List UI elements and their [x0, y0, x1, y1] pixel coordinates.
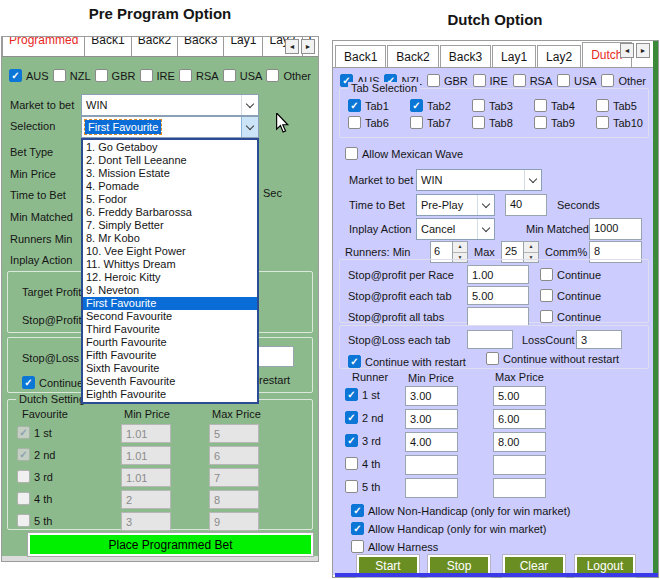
market-to-bet-combo[interactable]: WIN	[416, 169, 542, 191]
checkbox-unchecked[interactable]	[140, 69, 153, 82]
scroll-right-icon[interactable]: ►	[636, 43, 650, 58]
dropdown-item[interactable]: Fifth Favourite	[83, 349, 257, 362]
checkbox-checked[interactable]: ✓	[348, 355, 361, 368]
checkbox-checked[interactable]: ✓	[351, 522, 364, 535]
stop-loss-input[interactable]	[467, 330, 513, 349]
max-price-input[interactable]	[493, 478, 546, 498]
dropdown-item[interactable]: 11. Whittys Dream	[83, 258, 257, 271]
country-gbr-checkbox[interactable]: GBR	[95, 69, 136, 82]
checkbox-unchecked[interactable]	[596, 99, 609, 112]
continue-checkbox[interactable]: Continue	[540, 268, 601, 281]
chevron-down-icon[interactable]	[524, 170, 541, 190]
country-rsa-checkbox[interactable]: RSA	[179, 69, 219, 82]
dropdown-item[interactable]: Seventh Favourite	[83, 375, 257, 388]
country-rsa-checkbox[interactable]: RSA	[513, 74, 553, 87]
spin-up-icon[interactable]: ▲	[524, 242, 538, 252]
min-price-input[interactable]: 3.00	[405, 386, 458, 406]
checkbox-checked[interactable]: ✓	[345, 411, 358, 424]
country-other-checkbox[interactable]: Other	[266, 69, 311, 82]
checkbox-checked[interactable]: ✓	[348, 99, 361, 112]
dropdown-item[interactable]: 7. Simply Better	[83, 219, 257, 232]
selection-combo[interactable]: First Favourite	[81, 116, 259, 138]
checkbox-unchecked[interactable]	[540, 310, 553, 323]
min-price-input[interactable]: 4.00	[405, 432, 458, 452]
checkbox-unchecked[interactable]	[345, 147, 358, 160]
dropdown-item[interactable]: First Favourite	[83, 297, 257, 310]
tab-back2[interactable]: Back2	[387, 45, 438, 67]
checkbox-unchecked[interactable]	[513, 74, 526, 87]
stop-loss-input[interactable]	[253, 346, 294, 367]
tab-back3[interactable]: Back3	[178, 37, 224, 57]
dropdown-item[interactable]: Fourth Favourite	[83, 336, 257, 349]
max-price-input[interactable]: 8.00	[493, 432, 546, 452]
max-price-input[interactable]: 6.00	[493, 409, 546, 429]
country-gbr-checkbox[interactable]: GBR	[427, 74, 468, 87]
stop-profit-input[interactable]	[467, 307, 529, 326]
allow-option-checkbox-2[interactable]: ✓Allow Handicap (only for win market)	[351, 522, 547, 535]
checkbox-unchecked[interactable]	[534, 99, 547, 112]
dropdown-item[interactable]: Third Favourite	[83, 323, 257, 336]
tab-select-tab6-checkbox[interactable]: Tab6	[348, 116, 389, 129]
country-nzl-checkbox[interactable]: NZL	[53, 69, 91, 82]
tab-select-tab7-checkbox[interactable]: Tab7	[410, 116, 451, 129]
tab-select-tab4-checkbox[interactable]: Tab4	[534, 99, 575, 112]
tab-back1[interactable]: Back1	[85, 37, 131, 57]
runner-2-checkbox[interactable]: ✓2 nd	[345, 411, 383, 424]
tab-select-tab3-checkbox[interactable]: Tab3	[472, 99, 513, 112]
dropdown-item[interactable]: 1. Go Getaboy	[83, 141, 257, 154]
min-matched-input[interactable]: 1000	[589, 218, 642, 240]
tab-select-tab5-checkbox[interactable]: Tab5	[596, 99, 637, 112]
inplay-action-combo[interactable]: Cancel	[416, 218, 495, 240]
continue-checkbox[interactable]: Continue	[540, 310, 601, 323]
runner-1-checkbox[interactable]: ✓1 st	[345, 388, 380, 401]
scroll-right-icon[interactable]: ►	[301, 39, 315, 54]
dropdown-item[interactable]: Eighth Favourite	[83, 388, 257, 401]
checkbox-unchecked[interactable]	[596, 116, 609, 129]
max-price-input[interactable]: 5.00	[493, 386, 546, 406]
min-price-input[interactable]: 3.00	[405, 409, 458, 429]
checkbox-unchecked[interactable]	[351, 540, 364, 553]
dropdown-item[interactable]: Sixth Favourite	[83, 362, 257, 375]
country-ire-checkbox[interactable]: IRE	[473, 74, 508, 87]
allow-mexican-wave-checkbox[interactable]: Allow Mexican Wave	[345, 147, 463, 160]
tab-back1[interactable]: Back1	[335, 45, 386, 67]
tab-select-tab1-checkbox[interactable]: ✓Tab1	[348, 99, 389, 112]
dropdown-item[interactable]: 5. Fodor	[83, 193, 257, 206]
country-other-checkbox[interactable]: Other	[601, 74, 646, 87]
checkbox-unchecked[interactable]	[95, 69, 108, 82]
min-price-input[interactable]	[405, 455, 458, 475]
checkbox-checked[interactable]: ✓	[410, 99, 423, 112]
checkbox-unchecked[interactable]	[345, 457, 358, 470]
country-ire-checkbox[interactable]: IRE	[140, 69, 175, 82]
country-usa-checkbox[interactable]: USA	[223, 69, 263, 82]
tab-lay1[interactable]: Lay1	[492, 45, 536, 67]
dropdown-item[interactable]: Second Favourite	[83, 310, 257, 323]
chevron-down-icon[interactable]	[477, 219, 494, 239]
max-price-input[interactable]	[493, 455, 546, 475]
tab-select-tab10-checkbox[interactable]: Tab10	[596, 116, 643, 129]
time-to-bet-combo[interactable]: Pre-Play	[416, 194, 495, 216]
dropdown-item[interactable]: 9. Neveton	[83, 284, 257, 297]
checkbox-unchecked[interactable]	[345, 480, 358, 493]
seconds-input[interactable]: 40	[505, 194, 547, 216]
checkbox-checked[interactable]: ✓	[345, 388, 358, 401]
market-to-bet-combo[interactable]: WIN	[81, 94, 259, 116]
continue-checkbox[interactable]: Continue	[540, 289, 601, 302]
checkbox-unchecked[interactable]	[540, 268, 553, 281]
dropdown-item[interactable]: 4. Pomade	[83, 180, 257, 193]
dropdown-item[interactable]: 10. Vee Eight Power	[83, 245, 257, 258]
checkbox-unchecked[interactable]	[348, 116, 361, 129]
chevron-down-icon[interactable]	[241, 117, 258, 137]
checkbox-unchecked[interactable]	[223, 69, 236, 82]
runner-4-checkbox[interactable]: 4 th	[345, 457, 380, 470]
checkbox-unchecked[interactable]	[601, 74, 614, 87]
checkbox-unchecked[interactable]	[557, 74, 570, 87]
checkbox-unchecked[interactable]	[473, 74, 486, 87]
tab-select-tab8-checkbox[interactable]: Tab8	[472, 116, 513, 129]
checkbox-unchecked[interactable]	[179, 69, 192, 82]
allow-option-checkbox-3[interactable]: Allow Harness	[351, 540, 438, 553]
runner-5-checkbox[interactable]: 5 th	[345, 480, 380, 493]
continue-checkbox[interactable]: ✓Continue	[22, 376, 83, 389]
runner-3-checkbox[interactable]: ✓3 rd	[345, 434, 381, 447]
checkbox-unchecked[interactable]	[472, 116, 485, 129]
